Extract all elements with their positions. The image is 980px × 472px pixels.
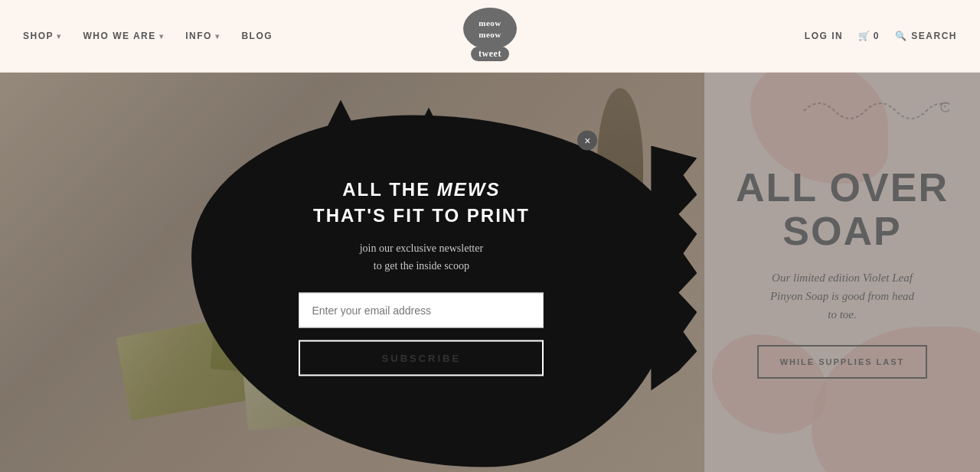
email-input[interactable] <box>299 292 544 327</box>
modal-close-button[interactable]: × <box>577 131 597 151</box>
logo-bubble: meowmeow <box>463 8 517 50</box>
modal-subtitle: join our exclusive newsletter to get the… <box>360 240 483 275</box>
nav-left: SHOP ▾ WHO WE ARE ▾ INFO ▾ BLOG <box>23 31 273 41</box>
nav-info[interactable]: INFO ▾ <box>185 31 220 41</box>
nav-search[interactable]: 🔍 SEARCH <box>895 31 957 41</box>
modal-overlay: × ALL THE MEWS THAT'S FIT TO PRINT join … <box>0 73 980 472</box>
logo-tweet: tweet <box>471 47 509 61</box>
search-icon: 🔍 <box>895 31 908 41</box>
site-header: SHOP ▾ WHO WE ARE ▾ INFO ▾ BLOG meowmeow… <box>0 0 980 73</box>
modal-title: ALL THE MEWS THAT'S FIT TO PRINT <box>313 177 530 228</box>
newsletter-modal: × ALL THE MEWS THAT'S FIT TO PRINT join … <box>253 138 590 407</box>
cart-icon: 🛒 <box>858 31 871 41</box>
modal-content: ALL THE MEWS THAT'S FIT TO PRINT join ou… <box>253 138 590 407</box>
subscribe-button[interactable]: SUBSCRIBE <box>299 340 544 376</box>
nav-cart[interactable]: 🛒 0 <box>858 31 880 41</box>
chevron-down-icon: ▾ <box>159 32 165 41</box>
nav-shop[interactable]: SHOP ▾ <box>23 31 62 41</box>
nav-login[interactable]: LOG IN <box>805 31 843 41</box>
nav-who-we-are[interactable]: WHO WE ARE ▾ <box>83 31 165 41</box>
nav-blog[interactable]: BLOG <box>241 31 273 41</box>
chevron-down-icon: ▾ <box>57 32 62 41</box>
site-logo[interactable]: meowmeow tweet <box>463 8 517 61</box>
chevron-down-icon: ▾ <box>215 32 220 41</box>
nav-right: LOG IN 🛒 0 🔍 SEARCH <box>805 31 957 41</box>
